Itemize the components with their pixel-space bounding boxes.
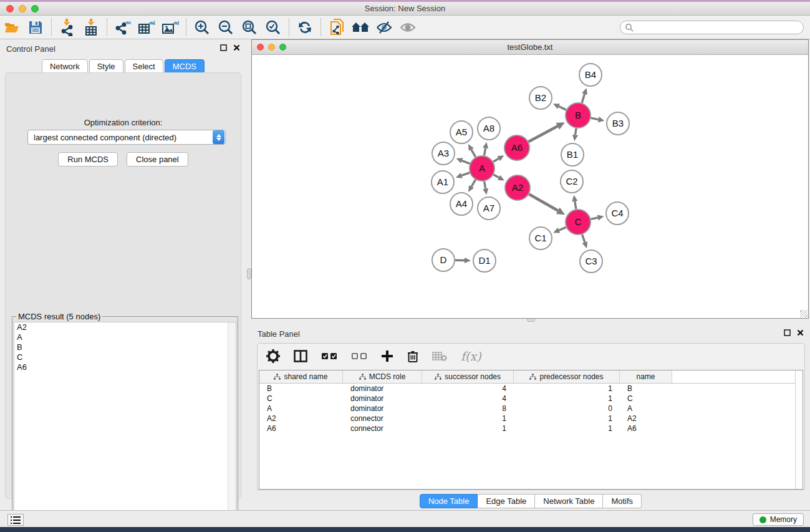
table-cell[interactable]: C: [259, 394, 343, 403]
split-columns-icon[interactable]: [294, 350, 307, 362]
table-row[interactable]: Bdominator41B: [259, 384, 803, 394]
mcds-result-list[interactable]: A2ABCA6: [14, 322, 236, 526]
list-scrollbar[interactable]: [228, 322, 236, 526]
delete-column-icon[interactable]: [407, 350, 418, 363]
edge-A2-C[interactable]: [529, 194, 558, 210]
table-row[interactable]: Adominator80A: [259, 404, 803, 414]
column-header-MCDS-role[interactable]: MCDS role: [343, 370, 422, 383]
table-row[interactable]: A6connector11A6: [259, 423, 803, 433]
column-header-name[interactable]: name: [620, 370, 672, 383]
edge-A-A1[interactable]: [461, 173, 470, 176]
edge-A-A8[interactable]: [485, 148, 486, 156]
table-cell[interactable]: B: [259, 384, 343, 393]
network-window-titlebar[interactable]: testGlobe.txt: [252, 40, 808, 55]
table-cell[interactable]: A2: [620, 414, 672, 423]
edge-A-A4[interactable]: [471, 180, 475, 186]
close-panel-icon[interactable]: [233, 44, 240, 51]
table-cell[interactable]: A: [620, 404, 672, 413]
table-cell[interactable]: connector: [343, 424, 422, 433]
show-panel-eye-icon[interactable]: [396, 17, 420, 37]
task-history-button[interactable]: [7, 514, 24, 526]
add-column-icon[interactable]: [381, 350, 393, 362]
export-network-icon[interactable]: [111, 17, 135, 37]
table-cell[interactable]: 8: [422, 404, 514, 413]
tab-motifs[interactable]: Motifs: [603, 494, 642, 508]
export-image-icon[interactable]: [158, 17, 182, 37]
edge-C-C3[interactable]: [582, 235, 585, 243]
zoom-selected-icon[interactable]: [261, 17, 285, 37]
tab-edge-table[interactable]: Edge Table: [478, 494, 535, 508]
refresh-icon[interactable]: [293, 17, 317, 37]
checked-columns-icon[interactable]: [321, 352, 337, 360]
tab-select[interactable]: Select: [125, 59, 163, 74]
column-header-shared-name[interactable]: shared name: [259, 370, 343, 383]
tab-node-table[interactable]: Node Table: [420, 494, 478, 508]
edge-B-B1[interactable]: [576, 128, 577, 135]
table-cell[interactable]: A2: [259, 414, 343, 423]
edge-A-A3[interactable]: [462, 161, 470, 164]
save-session-icon[interactable]: [24, 17, 47, 37]
table-cell[interactable]: dominator: [343, 404, 422, 413]
table-cell[interactable]: connector: [343, 414, 422, 423]
column-header-successor-nodes[interactable]: successor nodes: [422, 370, 514, 383]
table-cell[interactable]: 4: [422, 394, 514, 403]
optimization-criterion-select[interactable]: largest connected component (directed): [27, 130, 226, 145]
float-panel-icon[interactable]: [220, 44, 227, 51]
tab-network-table[interactable]: Network Table: [535, 494, 603, 508]
edge-A6-B[interactable]: [529, 126, 558, 142]
zoom-out-icon[interactable]: [214, 17, 238, 37]
new-network-from-file-icon[interactable]: [325, 17, 349, 37]
gear-icon[interactable]: [266, 349, 280, 363]
run-mcds-button[interactable]: Run MCDS: [58, 152, 118, 167]
mcds-result-item[interactable]: A6: [14, 362, 236, 372]
mcds-result-item[interactable]: A: [14, 332, 236, 342]
edge-B-B4[interactable]: [582, 94, 584, 103]
tab-network[interactable]: Network: [42, 59, 88, 74]
table-cell[interactable]: 0: [514, 404, 620, 413]
zoom-fit-icon[interactable]: [238, 17, 261, 37]
table-cell[interactable]: B: [620, 384, 672, 393]
close-panel-button[interactable]: Close panel: [127, 152, 188, 167]
edge-C-C2[interactable]: [575, 201, 576, 210]
table-scrollbar[interactable]: [795, 370, 803, 489]
import-table-icon[interactable]: [79, 17, 103, 37]
edge-A-A6[interactable]: [493, 158, 499, 162]
mcds-result-item[interactable]: A2: [14, 322, 236, 332]
column-header-predecessor-nodes[interactable]: predecessor nodes: [514, 370, 620, 383]
tab-mcds[interactable]: MCDS: [165, 59, 205, 74]
table-row[interactable]: A2connector11A2: [259, 414, 803, 423]
float-panel-icon[interactable]: [784, 329, 791, 336]
table-cell[interactable]: 1: [514, 424, 620, 433]
close-panel-icon[interactable]: [797, 329, 804, 336]
node-table[interactable]: shared nameMCDS rolesuccessor nodesprede…: [259, 370, 803, 490]
table-cell[interactable]: 1: [514, 384, 620, 393]
table-cell[interactable]: A6: [620, 424, 672, 433]
edge-A-A5[interactable]: [471, 150, 476, 157]
table-cell[interactable]: C: [620, 394, 672, 403]
table-cell[interactable]: A: [259, 404, 343, 413]
table-cell[interactable]: 1: [514, 394, 620, 403]
home-icon[interactable]: [349, 17, 372, 37]
resize-corner-icon[interactable]: [800, 310, 808, 317]
zoom-in-icon[interactable]: [190, 17, 214, 37]
table-cell[interactable]: 1: [422, 414, 514, 423]
table-cell[interactable]: A6: [259, 424, 343, 433]
hide-panel-eye-icon[interactable]: [372, 17, 396, 37]
memory-button[interactable]: Memory: [753, 513, 804, 526]
edge-B-B3[interactable]: [591, 118, 599, 119]
table-cell[interactable]: 1: [514, 414, 620, 423]
window-titlebar[interactable]: Session: New Session: [0, 2, 810, 16]
vertical-splitter-handle[interactable]: [247, 268, 251, 279]
unchecked-columns-icon[interactable]: [351, 352, 367, 360]
export-table-icon[interactable]: [135, 17, 158, 37]
edge-A-A2[interactable]: [493, 175, 499, 178]
table-row[interactable]: Cdominator41C: [259, 394, 803, 404]
edge-A-A7[interactable]: [485, 181, 486, 189]
edge-C-C1[interactable]: [559, 227, 566, 230]
mcds-result-item[interactable]: B: [14, 342, 236, 352]
edge-B-B2[interactable]: [559, 107, 566, 110]
table-cell[interactable]: dominator: [343, 394, 422, 403]
search-input[interactable]: [620, 21, 804, 34]
edge-C-C4[interactable]: [591, 218, 597, 220]
table-cell[interactable]: 4: [422, 384, 514, 393]
